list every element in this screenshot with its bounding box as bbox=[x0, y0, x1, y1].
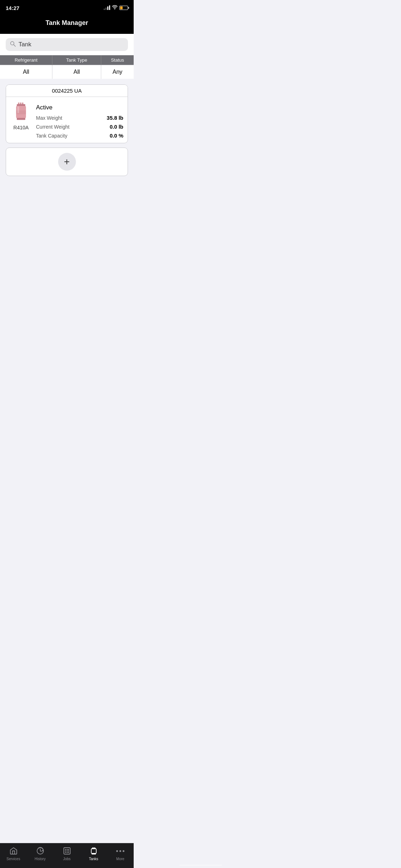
tank-icon bbox=[12, 101, 30, 123]
tank-refrigerant-label: R410A bbox=[14, 125, 29, 130]
status-filter[interactable]: Any bbox=[101, 65, 134, 79]
add-tank-card[interactable]: + bbox=[6, 148, 128, 176]
status-icons bbox=[104, 5, 128, 11]
svg-rect-9 bbox=[17, 107, 19, 113]
svg-line-1 bbox=[14, 45, 15, 46]
search-input[interactable]: Tank bbox=[19, 41, 31, 48]
status-time: 14:27 bbox=[6, 5, 19, 11]
page-title: Tank Manager bbox=[46, 19, 88, 26]
wifi-icon bbox=[112, 5, 118, 11]
tank-type-header[interactable]: Tank Type bbox=[52, 55, 101, 65]
status-header[interactable]: Status bbox=[101, 55, 134, 65]
max-weight-row: Max Weight 35.8 lb bbox=[36, 115, 123, 121]
tank-card-body: R410A Active Max Weight 35.8 lb Current … bbox=[6, 97, 128, 143]
main-content: 0024225 UA bbox=[0, 79, 134, 182]
tank-capacity-value: 0.0 % bbox=[110, 133, 123, 139]
current-weight-label: Current Weight bbox=[36, 124, 70, 130]
search-bar[interactable]: Tank bbox=[6, 38, 128, 51]
tank-id: 0024225 UA bbox=[6, 85, 128, 97]
max-weight-value: 35.8 lb bbox=[107, 115, 123, 121]
app-header: Tank Manager bbox=[0, 16, 134, 34]
svg-point-0 bbox=[11, 42, 14, 45]
refrigerant-header[interactable]: Refrigerant bbox=[0, 55, 52, 65]
add-tank-button[interactable]: + bbox=[58, 153, 76, 171]
tank-capacity-row: Tank Capacity 0.0 % bbox=[36, 133, 123, 139]
tank-card[interactable]: 0024225 UA bbox=[6, 84, 128, 143]
search-icon bbox=[10, 41, 16, 48]
filter-table: Refrigerant Tank Type Status All All Any bbox=[0, 55, 134, 79]
svg-rect-7 bbox=[17, 118, 25, 120]
tank-capacity-label: Tank Capacity bbox=[36, 133, 67, 139]
current-weight-value: 0.0 lb bbox=[110, 124, 123, 130]
tank-status: Active bbox=[36, 104, 123, 111]
battery-icon bbox=[119, 6, 128, 10]
tank-type-filter[interactable]: All bbox=[52, 65, 101, 79]
current-weight-row: Current Weight 0.0 lb bbox=[36, 124, 123, 130]
refrigerant-filter[interactable]: All bbox=[0, 65, 52, 79]
status-bar: 14:27 bbox=[0, 0, 134, 16]
signal-icon bbox=[104, 6, 110, 10]
max-weight-label: Max Weight bbox=[36, 115, 62, 121]
tank-details: Max Weight 35.8 lb Current Weight 0.0 lb… bbox=[36, 115, 123, 139]
tank-icon-area: R410A bbox=[10, 101, 32, 130]
search-container: Tank bbox=[0, 34, 134, 55]
